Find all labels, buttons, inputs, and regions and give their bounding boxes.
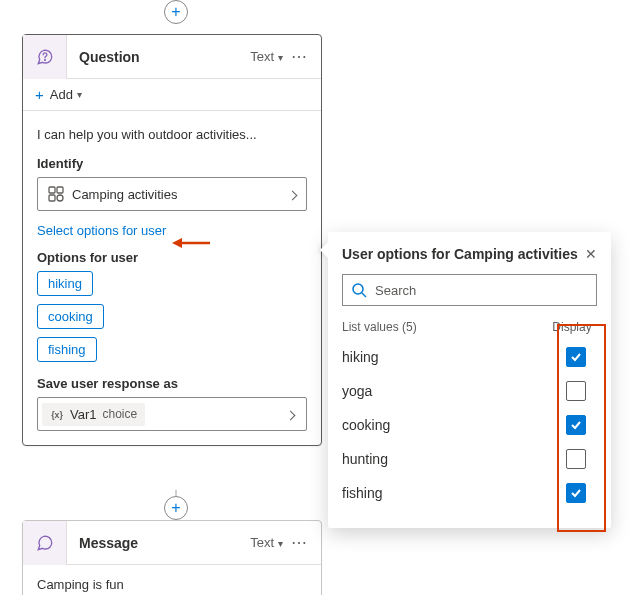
variable-picker[interactable]: {x} Var1 choice xyxy=(37,397,307,431)
svg-rect-1 xyxy=(49,187,55,193)
options-for-user-label: Options for user xyxy=(37,250,307,265)
chevron-right-icon xyxy=(287,407,294,422)
popover-title: User options for Camping activities xyxy=(342,246,578,262)
card-title: Message xyxy=(67,535,250,551)
kind-dropdown[interactable]: Text▾ xyxy=(250,49,283,64)
svg-point-4 xyxy=(57,195,63,201)
message-icon xyxy=(23,521,67,565)
card-title: Question xyxy=(67,49,250,65)
list-item: cooking xyxy=(342,408,597,442)
svg-text:{x}: {x} xyxy=(51,410,63,420)
identify-picker[interactable]: Camping activities xyxy=(37,177,307,211)
search-field[interactable] xyxy=(342,274,597,306)
save-response-label: Save user response as xyxy=(37,376,307,391)
identify-label: Identify xyxy=(37,156,307,171)
add-node-button-mid[interactable]: + xyxy=(164,496,188,520)
card-header: Message Text▾ ⋯ xyxy=(23,521,321,565)
options-list: hikingyogacookinghuntingfishing xyxy=(342,340,597,510)
message-body-text: Camping is fun xyxy=(23,565,321,595)
card-overflow-menu[interactable]: ⋯ xyxy=(287,47,311,66)
svg-line-9 xyxy=(362,293,366,297)
display-checkbox[interactable] xyxy=(566,449,586,469)
variable-type: choice xyxy=(103,407,138,421)
svg-rect-3 xyxy=(49,195,55,201)
list-item: fishing xyxy=(342,476,597,510)
display-column-label: Display xyxy=(551,320,593,334)
chevron-right-icon xyxy=(289,187,296,202)
add-node-button-top[interactable]: + xyxy=(164,0,188,24)
user-options-popover: User options for Camping activities ✕ Li… xyxy=(328,232,611,528)
list-item-label: hunting xyxy=(342,451,388,467)
option-chip[interactable]: hiking xyxy=(37,271,93,296)
list-item-label: cooking xyxy=(342,417,390,433)
variable-name: Var1 xyxy=(70,407,97,422)
list-item: hiking xyxy=(342,340,597,374)
question-icon xyxy=(23,35,67,79)
add-label: Add xyxy=(50,87,73,102)
kind-dropdown[interactable]: Text▾ xyxy=(250,535,283,550)
card-overflow-menu[interactable]: ⋯ xyxy=(287,533,311,552)
message-node-card: Message Text▾ ⋯ Camping is fun xyxy=(22,520,322,595)
search-input[interactable] xyxy=(373,282,588,299)
list-item: hunting xyxy=(342,442,597,476)
display-checkbox[interactable] xyxy=(566,381,586,401)
display-checkbox[interactable] xyxy=(566,347,586,367)
list-item: yoga xyxy=(342,374,597,408)
options-chip-list: hikingcookingfishing xyxy=(37,271,307,362)
close-button[interactable]: ✕ xyxy=(585,246,597,262)
display-checkbox[interactable] xyxy=(566,483,586,503)
variable-icon: {x} xyxy=(50,407,64,421)
option-chip[interactable]: cooking xyxy=(37,304,104,329)
list-item-label: yoga xyxy=(342,383,372,399)
search-icon xyxy=(351,282,367,298)
question-prompt-text: I can help you with outdoor activities..… xyxy=(37,121,307,156)
add-button[interactable]: + Add ▾ xyxy=(23,79,321,111)
card-header: Question Text▾ ⋯ xyxy=(23,35,321,79)
display-checkbox[interactable] xyxy=(566,415,586,435)
list-item-label: hiking xyxy=(342,349,379,365)
svg-point-0 xyxy=(44,59,45,60)
question-node-card: Question Text▾ ⋯ + Add ▾ I can help you … xyxy=(22,34,322,446)
svg-point-8 xyxy=(353,284,363,294)
plus-icon: + xyxy=(35,86,44,103)
svg-rect-2 xyxy=(57,187,63,193)
entity-icon xyxy=(48,186,64,202)
identify-value: Camping activities xyxy=(72,187,178,202)
select-options-link[interactable]: Select options for user xyxy=(37,223,166,238)
option-chip[interactable]: fishing xyxy=(37,337,97,362)
popover-pointer xyxy=(320,242,328,258)
list-values-label: List values (5) xyxy=(342,320,417,334)
list-item-label: fishing xyxy=(342,485,382,501)
